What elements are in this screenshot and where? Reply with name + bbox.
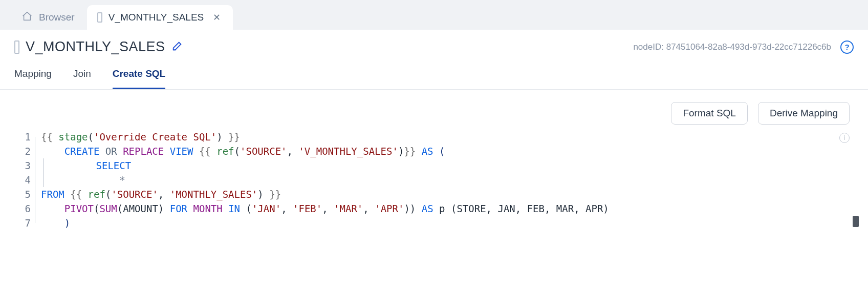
tab-browser[interactable]: Browser bbox=[11, 5, 87, 30]
node-icon bbox=[14, 40, 19, 54]
gutter: 2 bbox=[18, 144, 33, 158]
subtab-mapping[interactable]: Mapping bbox=[14, 68, 52, 89]
line-7: 7 ) bbox=[18, 216, 842, 230]
subtab-join[interactable]: Join bbox=[73, 68, 91, 89]
derive-mapping-button[interactable]: Derive Mapping bbox=[758, 102, 850, 125]
help-icon[interactable]: ? bbox=[840, 40, 854, 54]
format-sql-button[interactable]: Format SQL bbox=[671, 102, 747, 125]
edit-icon[interactable] bbox=[171, 40, 183, 53]
panel-header: V_MONTHLY_SALES nodeID: 87451064-82a8-49… bbox=[0, 30, 868, 59]
subtabs: Mapping Join Create SQL bbox=[0, 59, 868, 90]
line-5: 5 FROM {{ ref('SOURCE', 'MONTHLY_SALES')… bbox=[18, 187, 842, 201]
gutter: 6 bbox=[18, 201, 33, 216]
page-title: V_MONTHLY_SALES bbox=[26, 39, 165, 55]
home-icon bbox=[21, 11, 33, 25]
gutter: 4 bbox=[18, 173, 33, 187]
close-icon[interactable]: ✕ bbox=[213, 12, 221, 23]
node-icon bbox=[97, 12, 102, 23]
content-panel: V_MONTHLY_SALES nodeID: 87451064-82a8-49… bbox=[0, 30, 868, 286]
minimap-nub[interactable] bbox=[853, 216, 859, 227]
top-tabbar: Browser V_MONTHLY_SALES ✕ bbox=[0, 0, 868, 30]
subtab-create-sql[interactable]: Create SQL bbox=[113, 68, 165, 89]
gutter: 3 bbox=[18, 158, 33, 173]
title-wrap: V_MONTHLY_SALES bbox=[14, 39, 183, 55]
gutter: 1 bbox=[18, 130, 33, 144]
line-1: 1 {{ stage('Override Create SQL') }} bbox=[18, 130, 842, 144]
header-meta: nodeID: 87451064-82a8-493d-973d-22cc7122… bbox=[633, 40, 854, 54]
editor-wrap: i 1 {{ stage('Override Create SQL') }} 2… bbox=[0, 130, 868, 230]
tab-active[interactable]: V_MONTHLY_SALES ✕ bbox=[87, 5, 233, 30]
gutter: 5 bbox=[18, 187, 33, 201]
line-2: 2 CREATE OR REPLACE VIEW {{ ref('SOURCE'… bbox=[18, 144, 842, 158]
line-6: 6 PIVOT(SUM(AMOUNT) FOR MONTH IN ('JAN',… bbox=[18, 201, 842, 216]
editor-toolbar: Format SQL Derive Mapping bbox=[0, 90, 868, 130]
line-4: 4 * bbox=[18, 173, 842, 187]
tab-browser-label: Browser bbox=[39, 12, 75, 23]
tab-active-label: V_MONTHLY_SALES bbox=[108, 12, 204, 23]
code-editor[interactable]: 1 {{ stage('Override Create SQL') }} 2 C… bbox=[18, 130, 842, 230]
gutter: 7 bbox=[18, 216, 33, 230]
info-icon[interactable]: i bbox=[839, 133, 850, 143]
line-3: 3 SELECT bbox=[18, 158, 842, 173]
app-root: Browser V_MONTHLY_SALES ✕ V_MONTHLY_SALE… bbox=[0, 0, 868, 286]
node-id: nodeID: 87451064-82a8-493d-973d-22cc7122… bbox=[633, 42, 831, 52]
